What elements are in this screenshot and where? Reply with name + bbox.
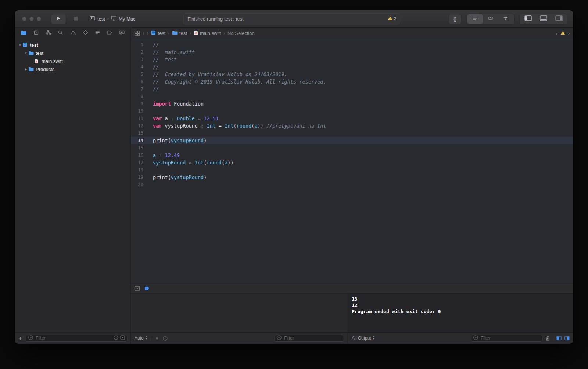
variables-filter-input[interactable]: [283, 335, 341, 341]
warning-icon[interactable]: [560, 31, 565, 36]
go-back-icon[interactable]: ‹: [143, 31, 144, 36]
line-number[interactable]: 3: [131, 56, 148, 63]
code-line[interactable]: 16a = 12.49: [131, 152, 573, 159]
code-line[interactable]: 3// test: [131, 56, 573, 63]
tree-item-test[interactable]: ▼test: [15, 49, 130, 57]
breadcrumb-file[interactable]: main.swift: [194, 30, 221, 36]
variables-scope-selector[interactable]: Auto: [135, 336, 148, 341]
line-number[interactable]: 19: [131, 174, 148, 181]
console-output[interactable]: 1312Program ended with exit code: 0: [348, 294, 573, 332]
toggle-navigator-button[interactable]: [520, 14, 536, 24]
line-number[interactable]: 8: [131, 93, 148, 100]
navigator-tab-issues[interactable]: [70, 30, 76, 36]
code-line[interactable]: 20: [131, 181, 573, 188]
line-number[interactable]: 18: [131, 166, 148, 174]
code-line[interactable]: 17vystupRound = Int(round(a)): [131, 159, 573, 166]
go-forward-icon[interactable]: ›: [147, 31, 149, 36]
console-filter-input[interactable]: [480, 335, 540, 341]
console-scope-selector[interactable]: All Output: [352, 336, 375, 341]
zoom-button[interactable]: [37, 17, 41, 21]
navigator-tab-tests[interactable]: [83, 30, 88, 36]
tree-item-main-swift[interactable]: main.swift: [15, 57, 130, 65]
navigator-filter-input[interactable]: [35, 335, 112, 341]
navigator-tab-reports[interactable]: [119, 30, 125, 36]
navigator-filter-field[interactable]: [26, 335, 128, 342]
code-line[interactable]: 12var vystupRound : Int = Int(round(a)) …: [131, 122, 573, 129]
breadcrumb-selection[interactable]: No Selection: [227, 31, 255, 36]
line-number[interactable]: 10: [131, 107, 148, 115]
breadcrumb-group[interactable]: test: [172, 31, 187, 36]
code-line[interactable]: 6// Copyright © 2019 Vratislav Holub. Al…: [131, 78, 573, 85]
info-icon[interactable]: [163, 336, 168, 341]
line-number[interactable]: 9: [131, 100, 148, 107]
assistant-editor-button[interactable]: [483, 14, 498, 24]
run-button[interactable]: [51, 14, 66, 24]
previous-issue-icon[interactable]: ‹: [556, 31, 557, 36]
line-number[interactable]: 7: [131, 85, 148, 93]
toggle-debug-area-button[interactable]: [536, 14, 551, 24]
line-number[interactable]: 6: [131, 78, 148, 85]
line-number[interactable]: 11: [131, 115, 148, 122]
clear-console-trash-icon[interactable]: [545, 336, 550, 341]
navigator-tab-search[interactable]: [58, 30, 63, 36]
code-line[interactable]: 8: [131, 93, 573, 100]
disclosure-triangle[interactable]: ▼: [18, 43, 22, 47]
toggle-inspector-button[interactable]: [551, 14, 567, 24]
code-line[interactable]: 1//: [131, 41, 573, 49]
code-line[interactable]: 2// main.swift: [131, 49, 573, 56]
line-number[interactable]: 12: [131, 122, 148, 129]
line-number[interactable]: 13: [131, 129, 148, 137]
code-line[interactable]: 14print(vystupRound): [131, 137, 573, 144]
stop-button[interactable]: [71, 14, 81, 24]
console-filter-field[interactable]: [471, 335, 542, 342]
code-line[interactable]: 18: [131, 166, 573, 174]
scope-box-icon[interactable]: [120, 335, 125, 341]
show-console-view-icon[interactable]: [564, 336, 570, 340]
navigator-tab-source-control[interactable]: [33, 30, 39, 36]
navigator-tab-project[interactable]: [21, 30, 27, 36]
version-editor-button[interactable]: [498, 14, 514, 24]
line-number[interactable]: 5: [131, 71, 148, 78]
close-button[interactable]: [22, 17, 26, 21]
related-items-icon[interactable]: [135, 31, 140, 36]
show-variables-view-icon[interactable]: [556, 336, 562, 340]
line-number[interactable]: 16: [131, 152, 148, 159]
add-button[interactable]: +: [18, 335, 23, 341]
code-line[interactable]: 10: [131, 107, 573, 115]
breakpoints-toggle-button[interactable]: [144, 286, 150, 291]
code-line[interactable]: 5// Created by Vratislav Holub on 24/03/…: [131, 71, 573, 78]
navigator-tab-debug[interactable]: [95, 30, 100, 36]
hide-debug-area-button[interactable]: [135, 286, 140, 292]
code-line[interactable]: 7//: [131, 85, 573, 93]
tree-item-test[interactable]: ▼test: [15, 41, 130, 49]
minimize-button[interactable]: [29, 17, 34, 21]
breadcrumb-project[interactable]: test: [151, 30, 165, 36]
disclosure-triangle[interactable]: ▼: [24, 52, 28, 55]
scheme-selector[interactable]: test › My Mac: [90, 16, 135, 22]
navigator-tab-symbols[interactable]: [46, 30, 51, 36]
code-line[interactable]: 19print(vystupRound): [131, 174, 573, 181]
standard-editor-button[interactable]: [467, 14, 483, 24]
code-line[interactable]: 15: [131, 144, 573, 152]
recents-clock-icon[interactable]: [114, 335, 118, 341]
line-number[interactable]: 20: [131, 181, 148, 188]
disclosure-triangle[interactable]: ▶: [24, 68, 28, 71]
navigator-tab-breakpoints[interactable]: [107, 30, 112, 36]
next-issue-icon[interactable]: ›: [568, 31, 570, 36]
variables-view[interactable]: [131, 294, 348, 332]
source-editor[interactable]: 1//2// main.swift3// test4//5// Created …: [131, 39, 573, 284]
code-line[interactable]: 9import Foundation: [131, 100, 573, 107]
variables-filter-field[interactable]: [274, 335, 344, 342]
library-button[interactable]: {}: [448, 14, 462, 24]
code-line[interactable]: 4//: [131, 63, 573, 71]
show-only-variables-icon[interactable]: [154, 336, 160, 340]
code-line[interactable]: 13: [131, 129, 573, 137]
line-number[interactable]: 1: [131, 41, 148, 49]
line-number[interactable]: 2: [131, 49, 148, 56]
warning-badge[interactable]: 2: [388, 16, 397, 21]
line-number[interactable]: 15: [131, 144, 148, 152]
tree-item-products[interactable]: ▶Products: [15, 65, 130, 73]
line-number[interactable]: 4: [131, 63, 148, 71]
line-number[interactable]: 14: [131, 137, 148, 144]
line-number[interactable]: 17: [131, 159, 148, 166]
